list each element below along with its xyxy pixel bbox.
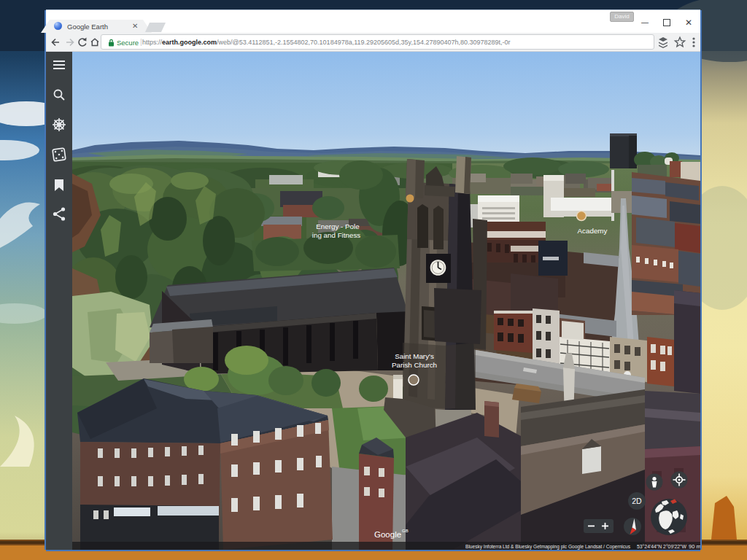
- svg-text:90 m: 90 m: [689, 543, 700, 550]
- svg-text:Bluesky Infoterra Ltd & Blue: Bluesky Infoterra Ltd & Bluesky Getmappi…: [465, 543, 630, 550]
- svg-text:2D: 2D: [632, 497, 642, 505]
- svg-text:Academy: Academy: [578, 227, 608, 235]
- svg-text:53°24'44"N 2°09'22"W: 53°24'44"N 2°09'22"W: [637, 543, 687, 550]
- svg-text:ing and Fitness: ing and Fitness: [312, 231, 361, 239]
- svg-text:GB: GB: [402, 529, 409, 533]
- svg-text:Google: Google: [374, 530, 401, 539]
- svg-text:Saint Mary's: Saint Mary's: [395, 352, 434, 360]
- svg-text:Energy - Pole: Energy - Pole: [316, 222, 360, 230]
- svg-text:Parish Church: Parish Church: [392, 361, 437, 369]
